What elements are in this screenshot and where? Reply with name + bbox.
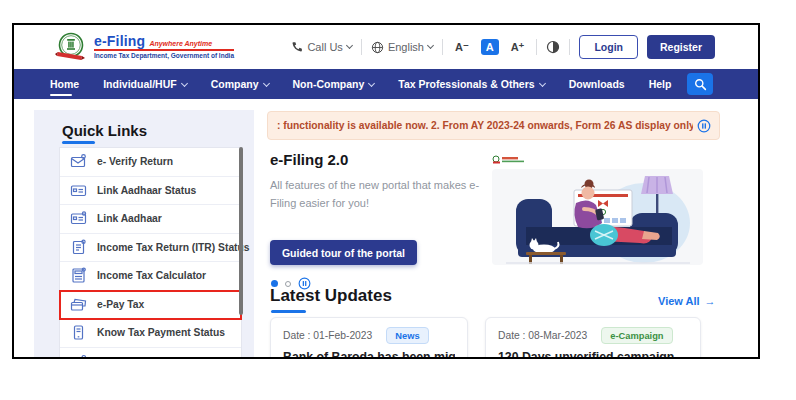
ticker-pause-button[interactable] xyxy=(697,119,711,133)
globe-icon xyxy=(371,41,384,54)
update-card[interactable]: Date : 08-Mar-2023 e-Campaign 120 Days u… xyxy=(485,317,701,359)
title-underline xyxy=(62,141,95,144)
font-increase-button[interactable]: A⁺ xyxy=(508,39,528,56)
status-badge: e-Campaign xyxy=(601,327,672,344)
title-underline xyxy=(271,310,306,313)
view-all-label: View All xyxy=(658,295,700,307)
status-badge: News xyxy=(386,327,428,344)
register-button[interactable]: Register xyxy=(647,35,715,59)
envelope-verify-icon xyxy=(70,153,87,170)
search-icon xyxy=(694,78,707,91)
card-date: Date : 01-Feb-2023 xyxy=(283,330,372,341)
news-ticker: : functionality is available now. 2. Fro… xyxy=(267,111,720,140)
nav-label: Company xyxy=(211,69,259,99)
ticker-text: : functionality is available now. 2. Fro… xyxy=(268,120,693,131)
login-button[interactable]: Login xyxy=(579,35,638,59)
hero-illustration xyxy=(492,169,703,265)
screenshot-stage: e-Filing Anywhere Anytime Income Tax Dep… xyxy=(0,0,796,400)
call-us-menu[interactable]: Call Us xyxy=(291,41,351,53)
nav-label: Downloads xyxy=(569,69,625,99)
sidebar-scrollbar[interactable] xyxy=(239,147,243,315)
phone-icon xyxy=(291,41,303,53)
sidebar-item-label: Instant E-PAN xyxy=(97,356,165,359)
sidebar-item-itr-status[interactable]: Income Tax Return (ITR) Status xyxy=(60,234,241,263)
sidebar-item-label: Know Tax Payment Status xyxy=(97,327,225,338)
logo-divider xyxy=(94,49,234,51)
arrow-right-icon: → xyxy=(705,295,716,307)
language-label: English xyxy=(388,41,424,53)
nav-label: Non-Company xyxy=(293,69,365,99)
sidebar-item-label: e- Verify Return xyxy=(97,156,173,167)
hero-title: e-Filing 2.0 xyxy=(270,151,348,168)
nav-label: Individual/HUF xyxy=(103,69,177,99)
chevron-down-icon xyxy=(346,42,353,49)
national-emblem-icon xyxy=(54,30,88,64)
divider xyxy=(536,39,537,55)
document-status-icon xyxy=(70,239,87,256)
divider xyxy=(361,39,362,55)
sidebar-item-instant-e-pan[interactable]: Instant E-PAN xyxy=(60,348,241,360)
font-normal-button[interactable]: A xyxy=(481,39,499,55)
nav-item-home[interactable]: Home xyxy=(50,69,79,99)
chevron-down-icon xyxy=(539,80,546,87)
pan-card-icon xyxy=(70,353,87,359)
id-card-icon xyxy=(70,210,87,227)
hero-description: All features of the new portal that make… xyxy=(270,176,495,212)
divider xyxy=(569,39,570,55)
quick-links-list: e- Verify Return Link Aadhaar Status Lin… xyxy=(59,147,242,359)
nav-item-individual-huf[interactable]: Individual/HUF xyxy=(103,69,187,99)
calculator-icon xyxy=(70,267,87,284)
nav-item-help[interactable]: Help xyxy=(649,69,672,99)
guided-tour-button[interactable]: Guided tour of the portal xyxy=(270,240,417,265)
nav-item-non-company[interactable]: Non-Company xyxy=(293,69,375,99)
browser-page: e-Filing Anywhere Anytime Income Tax Dep… xyxy=(12,23,760,359)
card-title: Bank of Baroda has been migrated from xyxy=(283,350,455,359)
sidebar-item-link-aadhaar[interactable]: Link Aadhaar xyxy=(60,205,241,234)
nav-label: Help xyxy=(649,69,672,99)
chevron-down-icon xyxy=(427,42,434,49)
sidebar-item-label: Income Tax Return (ITR) Status xyxy=(97,242,250,253)
phone-receipt-icon xyxy=(70,324,87,341)
sidebar-item-label: Link Aadhaar xyxy=(97,213,162,224)
divider xyxy=(442,39,443,55)
font-decrease-button[interactable]: A⁻ xyxy=(452,39,472,56)
sidebar-item-label: Link Aadhaar Status xyxy=(97,185,196,196)
latest-updates-title: Latest Updates xyxy=(270,286,392,306)
header-controls: Call Us English A⁻ A A⁺ xyxy=(291,35,715,59)
nav-item-downloads[interactable]: Downloads xyxy=(569,69,625,99)
mini-efiling-logo xyxy=(492,155,532,165)
nav-item-company[interactable]: Company xyxy=(211,69,269,99)
chevron-down-icon xyxy=(368,80,375,87)
call-us-label: Call Us xyxy=(307,41,342,53)
chevron-down-icon xyxy=(262,80,269,87)
chevron-down-icon xyxy=(181,80,188,87)
id-card-icon xyxy=(70,182,87,199)
update-card[interactable]: Date : 01-Feb-2023 News Bank of Baroda h… xyxy=(270,317,468,359)
quick-links-panel: Quick Links e- Verify Return Link Aadhaa… xyxy=(34,110,254,359)
logo-title: e-Filing xyxy=(94,34,145,48)
nav-label: Tax Professionals & Others xyxy=(398,69,534,99)
sidebar-item-label: e-Pay Tax xyxy=(97,299,144,310)
logo-text: e-Filing Anywhere Anytime Income Tax Dep… xyxy=(94,34,234,60)
sidebar-item-link-aadhaar-status[interactable]: Link Aadhaar Status xyxy=(60,177,241,206)
sidebar-item-label: Income Tax Calculator xyxy=(97,270,206,281)
efiling-logo[interactable]: e-Filing Anywhere Anytime Income Tax Dep… xyxy=(54,30,234,64)
nav-item-tax-professionals[interactable]: Tax Professionals & Others xyxy=(398,69,544,99)
couch-woman-illustration xyxy=(492,169,703,265)
card-date: Date : 08-Mar-2023 xyxy=(498,330,587,341)
contrast-toggle-icon[interactable] xyxy=(546,40,560,54)
view-all-link[interactable]: View All → xyxy=(658,295,716,307)
search-button[interactable] xyxy=(687,73,713,95)
logo-tagline: Anywhere Anytime xyxy=(149,40,212,47)
quick-links-title: Quick Links xyxy=(62,122,147,139)
payment-cards-icon xyxy=(70,296,87,313)
card-title: 120 Days unverified campaign xyxy=(498,350,688,359)
language-menu[interactable]: English xyxy=(371,41,433,54)
sidebar-item-e-verify-return[interactable]: e- Verify Return xyxy=(60,148,241,177)
nav-label: Home xyxy=(50,69,79,99)
sidebar-item-e-pay-tax[interactable]: e-Pay Tax xyxy=(60,291,241,320)
sidebar-item-know-tax-payment-status[interactable]: Know Tax Payment Status xyxy=(60,319,241,348)
site-header: e-Filing Anywhere Anytime Income Tax Dep… xyxy=(14,25,758,69)
logo-subtitle: Income Tax Department, Government of Ind… xyxy=(94,53,234,60)
sidebar-item-income-tax-calculator[interactable]: Income Tax Calculator xyxy=(60,262,241,291)
